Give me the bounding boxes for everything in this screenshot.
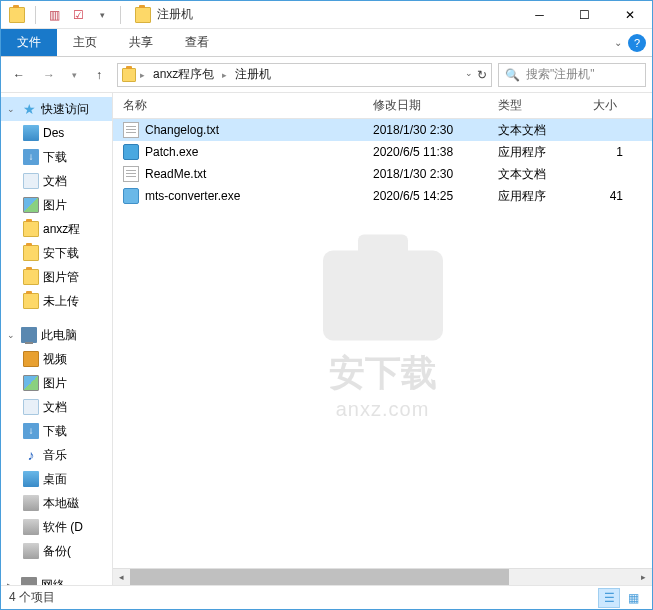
column-name[interactable]: 名称 (113, 93, 363, 118)
pic-icon (23, 375, 39, 391)
chevron-right-icon[interactable]: ▸ (222, 70, 227, 80)
folder-icon (23, 269, 39, 285)
recent-dropdown-icon[interactable]: ▾ (67, 63, 81, 87)
sidebar-item[interactable]: 桌面 (1, 467, 112, 491)
sidebar-item[interactable]: 本地磁 (1, 491, 112, 515)
sidebar-item[interactable]: 图片 (1, 193, 112, 217)
sidebar-item-label: 图片 (43, 197, 67, 214)
dropdown-icon[interactable]: ⌄ (465, 68, 473, 82)
table-row[interactable]: Changelog.txt2018/1/30 2:30文本文档 (113, 119, 652, 141)
close-button[interactable]: ✕ (607, 1, 652, 29)
sidebar-item[interactable]: 下载 (1, 145, 112, 169)
collapse-icon[interactable]: ⌄ (7, 104, 17, 114)
sidebar-network[interactable]: ▸ 网络 (1, 573, 112, 585)
sidebar-item-label: 安下载 (43, 245, 79, 262)
table-row[interactable]: mts-converter.exe2020/6/5 14:25应用程序41 (113, 185, 652, 207)
search-icon: 🔍 (505, 68, 520, 82)
file-size: 41 (583, 189, 633, 203)
folder-icon[interactable] (7, 5, 27, 25)
divider (35, 6, 36, 24)
sidebar-item-label: 下载 (43, 423, 67, 440)
column-date[interactable]: 修改日期 (363, 93, 488, 118)
pic-icon (23, 197, 39, 213)
view-large-icons-icon[interactable]: ▦ (622, 588, 644, 608)
txt-icon (123, 166, 139, 182)
disk-icon (23, 519, 39, 535)
forward-button[interactable]: → (37, 63, 61, 87)
collapse-icon[interactable]: ⌄ (7, 330, 17, 340)
sidebar-item[interactable]: Des (1, 121, 112, 145)
sidebar-item-label: Des (43, 126, 64, 140)
folder-icon (23, 293, 39, 309)
breadcrumb-item[interactable]: 注册机 (231, 66, 275, 83)
quick-access-toolbar: ▥ ☑ ▾ (1, 5, 131, 25)
expand-icon[interactable]: ▸ (7, 580, 17, 585)
titlebar: ▥ ☑ ▾ 注册机 ─ ☐ ✕ (1, 1, 652, 29)
qat-dropdown-icon[interactable]: ▾ (92, 5, 112, 25)
back-button[interactable]: ← (7, 63, 31, 87)
sidebar-quick-access[interactable]: ⌄ ★ 快速访问 (1, 97, 112, 121)
music-icon: ♪ (23, 447, 39, 463)
scroll-right-icon[interactable]: ▸ (635, 569, 652, 586)
sidebar-item[interactable]: 文档 (1, 169, 112, 193)
ribbon-expand-icon[interactable]: ⌄ (614, 37, 622, 48)
scrollbar-thumb[interactable] (130, 569, 509, 586)
horizontal-scrollbar[interactable]: ◂ ▸ (113, 568, 652, 585)
refresh-icon[interactable]: ↻ (477, 68, 487, 82)
properties-icon[interactable]: ▥ (44, 5, 64, 25)
sidebar-item-label: 图片管 (43, 269, 79, 286)
sidebar-item[interactable]: 下载 (1, 419, 112, 443)
sidebar-item[interactable]: ♪音乐 (1, 443, 112, 467)
window-controls: ─ ☐ ✕ (517, 1, 652, 29)
up-button[interactable]: ↑ (87, 63, 111, 87)
sidebar-item-label: 此电脑 (41, 327, 77, 344)
watermark-text: 安下载 (323, 348, 443, 397)
sidebar-item-label: 本地磁 (43, 495, 79, 512)
sidebar-item-label: 文档 (43, 399, 67, 416)
sidebar-this-pc[interactable]: ⌄ 此电脑 (1, 323, 112, 347)
sidebar-item[interactable]: 安下载 (1, 241, 112, 265)
video-icon (23, 351, 39, 367)
search-input[interactable]: 🔍 搜索"注册机" (498, 63, 646, 87)
sidebar-item[interactable]: 文档 (1, 395, 112, 419)
scroll-left-icon[interactable]: ◂ (113, 569, 130, 586)
download-icon (23, 149, 39, 165)
sidebar-item-label: 备份( (43, 543, 71, 560)
sidebar-item[interactable]: 未上传 (1, 289, 112, 313)
doc-icon (23, 173, 39, 189)
window-title: 注册机 (157, 6, 517, 23)
breadcrumb-item[interactable]: anxz程序包 (149, 66, 218, 83)
tab-home[interactable]: 主页 (57, 29, 113, 56)
tab-share[interactable]: 共享 (113, 29, 169, 56)
tab-view[interactable]: 查看 (169, 29, 225, 56)
sidebar-item[interactable]: 视频 (1, 347, 112, 371)
minimize-button[interactable]: ─ (517, 1, 562, 29)
txt-icon (123, 122, 139, 138)
sidebar-item-label: 音乐 (43, 447, 67, 464)
pc-icon (21, 327, 37, 343)
checkbox-icon[interactable]: ☑ (68, 5, 88, 25)
help-icon[interactable]: ? (628, 34, 646, 52)
tab-file[interactable]: 文件 (1, 29, 57, 56)
folder-icon (122, 68, 136, 82)
doc-icon (23, 399, 39, 415)
sidebar-item[interactable]: 软件 (D (1, 515, 112, 539)
column-type[interactable]: 类型 (488, 93, 583, 118)
disk-icon (23, 543, 39, 559)
sidebar-item[interactable]: 图片 (1, 371, 112, 395)
sidebar-item[interactable]: anxz程 (1, 217, 112, 241)
folder-icon (23, 221, 39, 237)
column-size[interactable]: 大小 (583, 93, 633, 118)
file-name: mts-converter.exe (145, 189, 240, 203)
address-bar[interactable]: ▸ anxz程序包 ▸ 注册机 ⌄ ↻ (117, 63, 492, 87)
view-details-icon[interactable]: ☰ (598, 588, 620, 608)
sidebar-item[interactable]: 备份( (1, 539, 112, 563)
sidebar-item-label: 网络 (41, 577, 65, 586)
table-row[interactable]: Patch.exe2020/6/5 11:38应用程序1 (113, 141, 652, 163)
chevron-right-icon[interactable]: ▸ (140, 70, 145, 80)
file-type: 文本文档 (488, 166, 583, 183)
status-bar: 4 个项目 ☰ ▦ (1, 585, 652, 609)
sidebar-item[interactable]: 图片管 (1, 265, 112, 289)
maximize-button[interactable]: ☐ (562, 1, 607, 29)
table-row[interactable]: ReadMe.txt2018/1/30 2:30文本文档 (113, 163, 652, 185)
